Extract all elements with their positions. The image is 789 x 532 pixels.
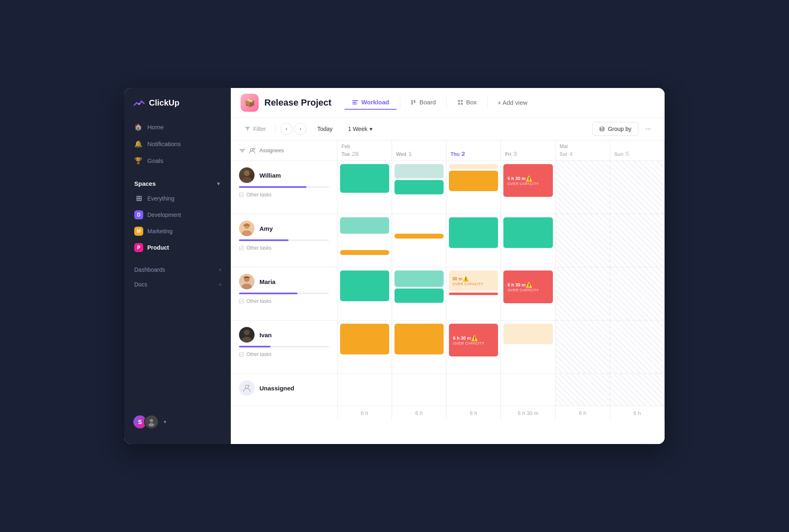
progress-fill-maria [239, 293, 298, 294]
task-block[interactable] [394, 271, 444, 287]
task-cell-amy-sun [610, 214, 664, 267]
tab-board[interactable]: Board [404, 95, 443, 110]
task-cell-maria-wed[interactable] [392, 267, 446, 320]
task-cell-ivan-wed[interactable] [392, 320, 446, 374]
other-tasks-amy[interactable]: Other tasks [239, 245, 329, 251]
task-block-orange-light[interactable] [503, 324, 552, 344]
sidebar-nav: 🏠 Home 🔔 Notifications 🏆 Goals [124, 119, 231, 169]
task-cell-william-tue[interactable] [337, 161, 392, 214]
month-empty-3 [505, 144, 551, 149]
user-menu-chevron-icon[interactable]: ▾ [164, 419, 166, 425]
over-capacity-block[interactable]: 6 h 30 m ⚠️ OVER CAPACITY [503, 271, 552, 303]
task-cell-ivan-thu[interactable]: 6 h 30 m ⚠️ OVER CAPACITY [446, 320, 501, 374]
task-block[interactable] [449, 164, 498, 169]
assignee-info-amy: Amy [239, 221, 329, 236]
assignees-icon [249, 147, 256, 154]
task-cell-maria-sun [610, 267, 664, 320]
group-by-label: Group by [608, 126, 631, 132]
sidebar-item-product[interactable]: P Product [129, 239, 226, 256]
task-block[interactable] [340, 217, 389, 234]
week-select[interactable]: 1 Week ▾ [343, 123, 377, 135]
task-block[interactable] [340, 164, 389, 193]
sidebar-item-marketing[interactable]: M Marketing [129, 223, 226, 239]
task-block[interactable] [340, 271, 389, 301]
task-cell-william-thu[interactable] [446, 161, 501, 214]
assignee-cell-amy: Amy Other tasks [231, 214, 337, 267]
task-cell-william-fri[interactable]: 6 h 30 m ⚠️ OVER CAPACITY [501, 161, 555, 214]
capacity-label-maria: 6 h 30 m [507, 282, 525, 288]
day-tue: Tue [342, 151, 350, 157]
other-tasks-william[interactable]: Other tasks [239, 192, 329, 198]
more-icon: ··· [645, 125, 651, 133]
nav-arrows: ‹ › [280, 123, 307, 135]
spaces-header[interactable]: Spaces ▼ [129, 177, 226, 190]
group-by-button[interactable]: Group by [592, 122, 638, 136]
clickup-logo-icon [133, 96, 146, 109]
sidebar-item-dashboards[interactable]: Dashboards › [129, 262, 226, 277]
over-capacity-block[interactable]: 6 h 30 m ⚠️ OVER CAPACITY [449, 324, 498, 356]
sidebar-item-home[interactable]: 🏠 Home [129, 119, 226, 135]
task-cell-amy-wed[interactable] [392, 214, 446, 267]
tab-workload[interactable]: Workload [345, 95, 397, 110]
add-view-button[interactable]: + Add view [491, 96, 534, 109]
task-cell-maria-thu[interactable]: 30 m ⚠️ OVER CAPACITY [446, 267, 501, 320]
over-capacity-text-ivan: OVER CAPACITY [453, 341, 484, 345]
svg-point-1 [149, 423, 154, 426]
task-cell-maria-tue[interactable] [337, 267, 392, 320]
tab-box[interactable]: Box [450, 95, 484, 110]
task-block[interactable] [449, 171, 498, 191]
task-block[interactable] [340, 250, 389, 255]
tab-divider-2 [446, 97, 447, 108]
task-cell-amy-thu[interactable] [446, 214, 501, 267]
sidebar-item-development[interactable]: D Development [129, 207, 226, 223]
task-cell-amy-tue[interactable] [337, 214, 392, 267]
progress-fill-amy [239, 239, 289, 241]
sidebar-item-goals[interactable]: 🏆 Goals [129, 153, 226, 169]
day-wed: Wed [396, 151, 406, 157]
over-capacity-block-orange[interactable]: 30 m ⚠️ OVER CAPACITY [449, 271, 498, 291]
assignee-info-maria: Maria [239, 274, 329, 289]
task-cell-maria-fri[interactable]: 6 h 30 m ⚠️ OVER CAPACITY [501, 267, 555, 320]
toolbar: Filter ‹ › Today 1 Week ▾ [231, 117, 665, 140]
task-block[interactable] [394, 289, 444, 303]
sidebar-item-notifications[interactable]: 🔔 Notifications [129, 136, 226, 152]
filter-label: Filter [253, 126, 266, 132]
today-button[interactable]: Today [311, 123, 338, 135]
task-block[interactable] [394, 324, 444, 354]
task-icon [239, 352, 244, 357]
col-header-sun5: Sun 5 [610, 140, 664, 161]
sidebar-item-marketing-label: Marketing [147, 228, 172, 234]
task-cell-ivan-tue[interactable] [337, 320, 392, 374]
sidebar-item-product-label: Product [147, 244, 169, 251]
task-block[interactable] [394, 234, 444, 239]
toolbar-divider-1 [275, 124, 275, 134]
tab-divider-3 [487, 97, 488, 108]
task-block[interactable] [340, 324, 389, 354]
over-capacity-text-maria: OVER CAPACITY [507, 288, 539, 292]
task-block[interactable] [394, 180, 444, 194]
task-cell-amy-fri[interactable] [501, 214, 555, 267]
task-block[interactable] [394, 164, 444, 178]
task-cell-william-wed[interactable] [392, 161, 446, 214]
workload-table: Assignees Feb Tue 28 [231, 140, 665, 420]
svg-rect-7 [416, 100, 417, 100]
task-cell-amy-sat [555, 214, 610, 267]
table-row: Amy Other tasks [231, 214, 665, 267]
day-2: 2 [462, 150, 465, 157]
task-cell-ivan-fri[interactable] [501, 320, 555, 374]
filter-button[interactable]: Filter [241, 123, 270, 135]
col-header-sat4: Mar Sat 4 [555, 140, 610, 161]
project-icon: 📦 [241, 94, 259, 112]
next-button[interactable]: › [294, 123, 307, 135]
prev-button[interactable]: ‹ [280, 123, 293, 135]
sidebar-item-docs[interactable]: Docs › [129, 277, 226, 292]
sidebar-item-everything[interactable]: ⊞ Everything [129, 190, 226, 207]
task-block[interactable] [503, 217, 552, 248]
other-tasks-ivan[interactable]: Other tasks [239, 352, 329, 357]
day-sat: Sat [560, 151, 568, 157]
svg-rect-8 [458, 100, 460, 102]
other-tasks-maria[interactable]: Other tasks [239, 298, 329, 304]
task-block[interactable] [449, 217, 498, 248]
more-options-button[interactable]: ··· [642, 122, 655, 135]
over-capacity-block[interactable]: 6 h 30 m ⚠️ OVER CAPACITY [503, 164, 552, 197]
